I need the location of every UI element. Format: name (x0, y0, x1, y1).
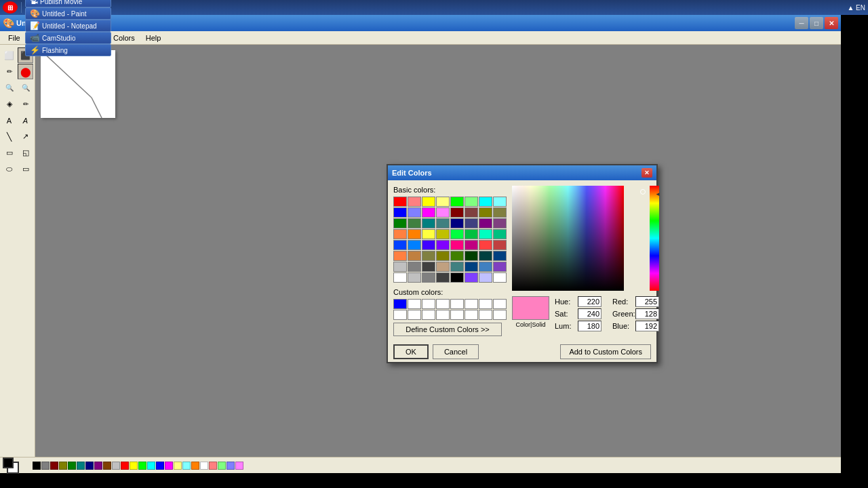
basic-color-11[interactable] (436, 207, 450, 218)
basic-color-21[interactable] (465, 218, 478, 228)
custom-color-5[interactable] (465, 299, 478, 309)
basic-color-55[interactable] (493, 262, 507, 272)
basic-color-24[interactable] (393, 229, 407, 239)
basic-color-39[interactable] (493, 240, 507, 250)
basic-color-56[interactable] (393, 272, 407, 283)
basic-color-38[interactable] (479, 240, 492, 250)
basic-color-57[interactable] (408, 272, 421, 283)
palette-swatch-14[interactable] (156, 462, 164, 470)
basic-color-36[interactable] (450, 240, 464, 250)
basic-color-49[interactable] (408, 262, 421, 272)
palette-swatch-1[interactable] (41, 462, 50, 470)
zoom-in-tool[interactable]: 🔍 (1, 80, 17, 96)
sat-input[interactable] (578, 308, 601, 319)
palette-swatch-10[interactable] (121, 462, 129, 470)
hue-input[interactable] (578, 296, 601, 307)
custom-color-2[interactable] (422, 299, 435, 309)
basic-color-1[interactable] (408, 197, 421, 207)
palette-swatch-22[interactable] (226, 462, 235, 470)
menu-file[interactable]: File (3, 33, 26, 43)
menu-colors[interactable]: Colors (108, 33, 140, 43)
palette-swatch-13[interactable] (147, 462, 155, 470)
basic-color-18[interactable] (422, 218, 435, 228)
palette-swatch-6[interactable] (85, 462, 94, 470)
polygon-tool[interactable]: ▭ (18, 161, 33, 177)
taskbar-btn-5[interactable]: 📝Untitled - Notepad (25, 20, 111, 32)
basic-color-19[interactable] (436, 218, 450, 228)
palette-swatch-17[interactable] (182, 462, 191, 470)
ok-button[interactable]: OK (393, 344, 429, 359)
pencil-tool[interactable]: ◈ (1, 96, 17, 112)
custom-color-10[interactable] (422, 310, 435, 320)
start-button[interactable]: ⊞ (3, 1, 18, 14)
custom-color-9[interactable] (408, 310, 421, 320)
palette-swatch-19[interactable] (200, 462, 208, 470)
custom-color-11[interactable] (436, 310, 450, 320)
zoom-out-tool[interactable]: 🔍 (18, 80, 33, 96)
lum-input[interactable] (578, 321, 601, 331)
basic-color-27[interactable] (436, 229, 450, 239)
basic-color-31[interactable] (493, 229, 507, 239)
basic-color-13[interactable] (465, 207, 478, 218)
brush-tool[interactable]: ✏ (18, 96, 33, 112)
palette-swatch-5[interactable] (77, 462, 85, 470)
basic-color-37[interactable] (465, 240, 478, 250)
basic-color-9[interactable] (408, 207, 421, 218)
taskbar-btn-3[interactable]: 📽Publish Movie (25, 0, 111, 7)
basic-color-46[interactable] (479, 251, 492, 261)
custom-color-1[interactable] (408, 299, 421, 309)
basic-color-12[interactable] (450, 207, 464, 218)
palette-swatch-8[interactable] (103, 462, 111, 470)
custom-color-6[interactable] (479, 299, 492, 309)
basic-color-41[interactable] (408, 251, 421, 261)
basic-color-52[interactable] (450, 262, 464, 272)
blue-input[interactable] (635, 321, 659, 331)
custom-color-0[interactable] (393, 299, 407, 309)
basic-color-10[interactable] (422, 207, 435, 218)
palette-swatch-3[interactable] (59, 462, 67, 470)
basic-color-44[interactable] (450, 251, 464, 261)
cancel-button[interactable]: Cancel (433, 344, 479, 359)
menu-help[interactable]: Help (140, 33, 167, 43)
basic-color-3[interactable] (436, 197, 450, 207)
palette-swatch-11[interactable] (130, 462, 138, 470)
basic-color-25[interactable] (408, 229, 421, 239)
basic-color-17[interactable] (408, 218, 421, 228)
dialog-close-button[interactable]: ✕ (642, 168, 652, 178)
basic-color-15[interactable] (493, 207, 507, 218)
custom-color-3[interactable] (436, 299, 450, 309)
close-button[interactable]: ✕ (825, 17, 838, 29)
basic-color-29[interactable] (465, 229, 478, 239)
palette-swatch-18[interactable] (191, 462, 199, 470)
custom-color-12[interactable] (450, 310, 464, 320)
basic-color-4[interactable] (450, 197, 464, 207)
basic-color-33[interactable] (408, 240, 421, 250)
basic-color-5[interactable] (465, 197, 478, 207)
basic-color-58[interactable] (422, 272, 435, 283)
palette-swatch-12[interactable] (138, 462, 146, 470)
basic-color-59[interactable] (436, 272, 450, 283)
palette-swatch-4[interactable] (68, 462, 76, 470)
basic-color-40[interactable] (393, 251, 407, 261)
add-to-custom-colors-button[interactable]: Add to Custom Colors (560, 344, 651, 359)
basic-color-53[interactable] (465, 262, 478, 272)
define-custom-colors-button[interactable]: Define Custom Colors >> (393, 323, 502, 336)
basic-color-50[interactable] (422, 262, 435, 272)
basic-color-51[interactable] (436, 262, 450, 272)
basic-color-16[interactable] (393, 218, 407, 228)
maximize-button[interactable]: □ (810, 17, 823, 29)
red-input[interactable] (635, 296, 659, 307)
rect-tool[interactable]: ▭ (1, 145, 17, 161)
basic-color-48[interactable] (393, 262, 407, 272)
basic-color-60[interactable] (450, 272, 464, 283)
basic-color-32[interactable] (393, 240, 407, 250)
basic-color-63[interactable] (493, 272, 507, 283)
custom-color-8[interactable] (393, 310, 407, 320)
basic-color-28[interactable] (450, 229, 464, 239)
basic-color-34[interactable] (422, 240, 435, 250)
palette-swatch-23[interactable] (235, 462, 243, 470)
basic-color-62[interactable] (479, 272, 492, 283)
custom-color-14[interactable] (479, 310, 492, 320)
basic-color-35[interactable] (436, 240, 450, 250)
palette-swatch-16[interactable] (174, 462, 182, 470)
